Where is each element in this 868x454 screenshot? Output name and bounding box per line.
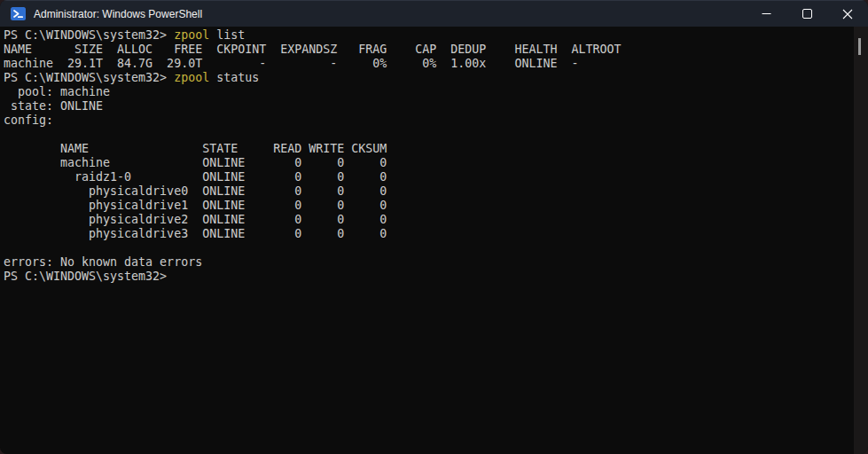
terminal-output[interactable]: PS C:\WINDOWS\system32> zpool listNAME S… bbox=[0, 27, 854, 454]
text-run: PS C:\WINDOWS\system32> bbox=[4, 71, 174, 84]
terminal-line: PS C:\WINDOWS\system32> zpool status bbox=[4, 71, 854, 85]
text-run: machine ONLINE 0 0 0 bbox=[4, 156, 387, 169]
close-button[interactable] bbox=[827, 1, 868, 27]
powershell-icon-glyph bbox=[11, 7, 26, 20]
terminal-line: PS C:\WINDOWS\system32> zpool list bbox=[4, 28, 854, 43]
text-run: PS C:\WINDOWS\system32> bbox=[4, 28, 174, 42]
text-run: zpool bbox=[174, 71, 209, 84]
terminal-line: config: bbox=[4, 114, 854, 128]
terminal-line: machine ONLINE 0 0 0 bbox=[4, 156, 854, 170]
titlebar[interactable]: Administrator: Windows PowerShell bbox=[0, 0, 868, 27]
text-run: state: ONLINE bbox=[4, 99, 103, 113]
scrollbar-track[interactable] bbox=[854, 27, 868, 454]
minimize-button[interactable] bbox=[746, 1, 786, 27]
terminal-line bbox=[4, 128, 854, 142]
text-run: physicaldrive3 ONLINE 0 0 0 bbox=[4, 227, 387, 240]
text-run: raidz1-0 ONLINE 0 0 0 bbox=[4, 170, 387, 184]
terminal-line: physicaldrive3 ONLINE 0 0 0 bbox=[4, 227, 854, 241]
text-run: machine 29.1T 84.7G 29.0T - - 0% 0% 1.00… bbox=[4, 57, 578, 70]
window-controls bbox=[746, 1, 868, 27]
terminal-line: pool: machine bbox=[4, 85, 854, 99]
terminal-line: NAME SIZE ALLOC FREE CKPOINT EXPANDSZ FR… bbox=[4, 43, 854, 57]
scrollbar-thumb[interactable] bbox=[858, 38, 861, 55]
terminal-line: machine 29.1T 84.7G 29.0T - - 0% 0% 1.00… bbox=[4, 57, 854, 71]
minimize-icon bbox=[762, 9, 771, 19]
terminal-line: physicaldrive1 ONLINE 0 0 0 bbox=[4, 199, 854, 213]
maximize-icon bbox=[802, 9, 812, 19]
text-run: status bbox=[209, 71, 259, 84]
terminal-lines: PS C:\WINDOWS\system32> zpool listNAME S… bbox=[4, 28, 854, 284]
terminal-line: raidz1-0 ONLINE 0 0 0 bbox=[4, 170, 854, 184]
text-run: physicaldrive2 ONLINE 0 0 0 bbox=[4, 213, 387, 226]
text-run: PS C:\WINDOWS\system32> bbox=[4, 270, 174, 283]
text-run: pool: machine bbox=[4, 85, 110, 98]
text-run: list bbox=[209, 28, 245, 42]
terminal-line: NAME STATE READ WRITE CKSUM bbox=[4, 142, 854, 156]
text-run: config: bbox=[4, 114, 53, 127]
terminal-line: PS C:\WINDOWS\system32> bbox=[4, 270, 854, 284]
terminal-line: errors: No known data errors bbox=[4, 255, 854, 270]
text-run: physicaldrive0 ONLINE 0 0 0 bbox=[4, 184, 387, 198]
close-icon bbox=[842, 9, 853, 20]
maximize-button[interactable] bbox=[786, 1, 827, 27]
terminal-line: physicaldrive2 ONLINE 0 0 0 bbox=[4, 213, 854, 227]
text-run: errors: No known data errors bbox=[4, 255, 202, 269]
powershell-icon bbox=[11, 7, 26, 20]
terminal-line: physicaldrive0 ONLINE 0 0 0 bbox=[4, 184, 854, 199]
text-run: NAME SIZE ALLOC FREE CKPOINT EXPANDSZ FR… bbox=[4, 43, 621, 56]
powershell-window: Administrator: Windows PowerShell PS C: bbox=[0, 0, 868, 454]
text-run: physicaldrive1 ONLINE 0 0 0 bbox=[4, 199, 387, 212]
text-run: zpool bbox=[174, 28, 209, 42]
terminal-line bbox=[4, 241, 854, 255]
text-run: NAME STATE READ WRITE CKSUM bbox=[4, 142, 387, 155]
window-title: Administrator: Windows PowerShell bbox=[34, 1, 202, 27]
terminal-line: state: ONLINE bbox=[4, 99, 854, 114]
